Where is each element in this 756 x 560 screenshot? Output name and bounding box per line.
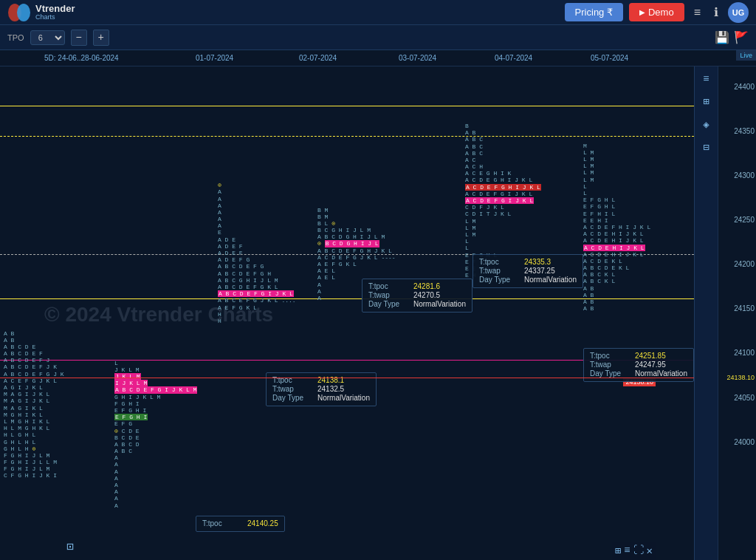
logo-sub: Charts: [35, 13, 75, 21]
datebar: 5D: 24-06..28-06-2024 01-07-2024 02-07-2…: [0, 50, 756, 66]
live-badge: Live: [736, 50, 756, 61]
header: Vtrender Charts Pricing ₹ Demo ≡ ℹ UG: [0, 0, 756, 25]
tpo-label: TPO: [7, 33, 24, 42]
main: © 2024 Vtrender Charts 24138.10 A B A B …: [0, 66, 756, 560]
sidebar-icon-2[interactable]: ⊞: [701, 93, 711, 110]
menu-button[interactable]: ≡: [690, 4, 704, 21]
plus-button[interactable]: +: [93, 30, 109, 46]
toolbar-right: 💾 🚩: [715, 30, 749, 44]
price-24000: 24000: [734, 437, 755, 445]
demo-button[interactable]: Demo: [629, 3, 684, 21]
flag-button[interactable]: 🚩: [734, 30, 749, 44]
header-right: Pricing ₹ Demo ≡ ℹ UG: [565, 2, 749, 23]
price-scale: 24400 24350 24300 24250 24200 24150 2410…: [718, 66, 756, 560]
close-icon[interactable]: ✕: [647, 544, 653, 557]
info-box-1: T:tpoc24281.6 T:twap24270.5 Day TypeNorm…: [362, 279, 472, 313]
price-special: 24138.10: [726, 374, 755, 381]
price-24350: 24350: [734, 126, 755, 134]
toolbar: TPO 6 3 9 12 − + 💾 🚩: [0, 25, 756, 50]
info-button[interactable]: ℹ: [710, 4, 722, 21]
price-24150: 24150: [734, 304, 755, 313]
info-box-5: T:tpoc24140.25: [196, 516, 285, 532]
date-0507: 05-07-2024: [591, 54, 628, 62]
tpo-col-3: ⊙ A A A A A A E A D E A D E F A D E F A …: [218, 175, 296, 331]
pricing-button[interactable]: Pricing ₹: [565, 3, 623, 21]
tpo-col-1: A B A B A B C D E A B C D E F A B C D E …: [4, 323, 64, 486]
avatar-button[interactable]: UG: [728, 2, 749, 23]
list-icon[interactable]: ≡: [624, 544, 630, 557]
expand-icon[interactable]: ⛶: [633, 544, 644, 557]
info-box-2: T:tpoc24335.3 T:twap24337.25 Day TypeNor…: [472, 254, 583, 288]
price-24300: 24300: [734, 171, 755, 179]
date-0307: 03-07-2024: [399, 54, 436, 62]
sidebar-icon-1[interactable]: ≡: [701, 71, 711, 87]
grid-icon[interactable]: ⊞: [615, 544, 621, 557]
date-0407: 04-07-2024: [495, 54, 532, 62]
save-button[interactable]: 💾: [715, 30, 729, 44]
chart[interactable]: © 2024 Vtrender Charts 24138.10 A B A B …: [0, 66, 694, 560]
hline-yellow-top: [0, 106, 694, 106]
date-0207: 02-07-2024: [299, 54, 337, 62]
minus-button[interactable]: −: [71, 30, 87, 46]
tpo-col-6: M L M L M L M L M L M L L E F G H L E F …: [583, 136, 650, 319]
price-24250: 24250: [734, 216, 755, 224]
logo-svg: [7, 2, 31, 23]
date-0107: 01-07-2024: [196, 54, 233, 62]
price-24400: 24400: [734, 82, 755, 90]
logo: Vtrender Charts: [7, 2, 75, 23]
price-24200: 24200: [734, 260, 755, 268]
price-line-red: [0, 378, 694, 378]
sidebar-icon-3[interactable]: ◈: [701, 116, 711, 133]
tpo-select[interactable]: 6 3 9 12: [30, 30, 65, 45]
svg-point-1: [17, 4, 30, 21]
price-24100: 24100: [734, 349, 755, 357]
logo-text-block: Vtrender Charts: [35, 4, 75, 21]
screenshot-icon[interactable]: ⊡: [66, 539, 74, 554]
date-5d: 5D: 24-06..28-06-2024: [44, 54, 119, 62]
bottom-bar: ⊞ ≡ ⛶ ✕: [612, 542, 656, 560]
price-24050: 24050: [734, 393, 755, 401]
right-sidebar: ≡ ⊞ ◈ ⊟: [694, 66, 718, 560]
sidebar-icon-4[interactable]: ⊟: [701, 139, 711, 156]
logo-name: Vtrender: [35, 4, 75, 13]
